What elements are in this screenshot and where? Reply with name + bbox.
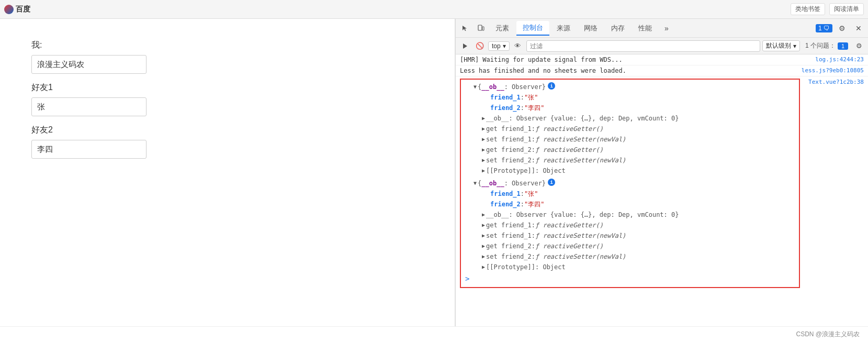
console-output: [HMR] Waiting for update signal from WDS… [456,54,868,326]
cursor-icon[interactable] [458,21,472,36]
tab-performance[interactable]: 性能 [632,21,658,35]
devtools-tabs-bar: 元素 控制台 来源 网络 内存 性能 » 1 🗨 [456,19,868,38]
detail4-expand[interactable] [482,145,485,155]
context-label: top [492,42,501,50]
obj1-expand-icon[interactable] [474,82,477,92]
obj2-info-badge: i [548,179,555,186]
watermark: CSDN @浪漫主义码农 [796,330,860,339]
obj1-detail4[interactable]: get friend_2: ƒ reactiveGetter() [461,145,799,155]
obj2-prototype[interactable]: [[Prototype]]: Object [461,262,799,272]
obj2-d2-expand[interactable] [482,220,485,230]
tab-console[interactable]: 控制台 [516,21,549,36]
obj1-info-badge: i [548,82,555,90]
obj2-detail4[interactable]: get friend_2: ƒ reactiveGetter() [461,241,799,251]
reading-tab[interactable]: 阅读清单 [829,3,864,15]
clear-btn[interactable]: 🚫 [474,40,486,52]
tab-elements[interactable]: 元素 [489,21,515,35]
browser-bar: 百度 类地书签 阅读清单 [0,0,868,19]
console-msg-source2[interactable]: less.js?9eb0:10805 [802,67,864,74]
devtools-tabs-right: 1 🗨 ⚙ ✕ [816,21,866,36]
filter-input[interactable] [526,40,760,52]
issues-badge-num: 1 [838,42,848,50]
me-input[interactable] [31,55,146,74]
obj2-detail2[interactable]: get friend_1: ƒ reactiveGetter() [461,220,799,230]
obj2-header-line[interactable]: { __ob__ : Observer} i [461,178,799,189]
detail1-expand[interactable] [482,114,485,123]
obj2-d5-expand[interactable] [482,252,485,261]
obj1-detail2[interactable]: get friend_1: ƒ reactiveGetter() [461,124,799,134]
obj2-detail1[interactable]: __ob__: Observer {value: {…}, dep: Dep, … [461,209,799,220]
footer-bar: CSDN @浪漫主义码农 [0,326,868,342]
obj1-field2: friend_2 : "李四" [461,103,799,113]
obj1-detail5[interactable]: set friend_2: ƒ reactiveSetter(newVal) [461,155,799,166]
devtools-panel: 元素 控制台 来源 网络 内存 性能 » 1 🗨 [455,19,868,326]
console-msg-text2: Less has finished and no sheets were loa… [460,67,793,74]
baidu-logo-icon [4,5,14,14]
friend2-label: 好友2 [31,125,423,136]
settings-icon[interactable]: ⚙ [835,21,849,36]
tab-sources[interactable]: 来源 [550,21,577,35]
vue-app-panel: 我: 好友1 好友2 [0,19,455,326]
close-devtools-icon[interactable]: ✕ [851,21,866,36]
run-btn[interactable] [459,40,471,52]
message-badge: 1 🗨 [816,24,832,32]
obj2-detail5[interactable]: set friend_2: ƒ reactiveSetter(newVal) [461,251,799,262]
obj1-field1: friend_1 : "张" [461,92,799,103]
proto1-expand[interactable] [482,166,485,175]
obj1-header-line[interactable]: { __ob__ : Observer} i [461,82,799,92]
obj2-detail3[interactable]: set friend_1: ƒ reactiveSetter(newVal) [461,230,799,241]
obj2-field1: friend_1 : "张" [461,189,799,199]
detail2-expand[interactable] [482,124,485,134]
console-msg-text: [HMR] Waiting for update signal from WDS… [460,56,807,63]
svg-rect-0 [478,25,482,30]
detail3-expand[interactable] [482,135,485,144]
level-selector[interactable]: 默认级别 ▾ [762,40,800,51]
me-group: 我: [31,40,423,74]
console-cursor[interactable]: > [461,272,799,285]
friend1-group: 好友1 [31,82,423,116]
proto2-expand[interactable] [482,262,485,272]
main-area: 我: 好友1 好友2 [0,19,868,326]
detail5-expand[interactable] [482,156,485,165]
tab-memory[interactable]: 内存 [605,21,631,35]
console-message-hmr: [HMR] Waiting for update signal from WDS… [456,54,868,65]
level-label: 默认级别 [766,41,791,50]
svg-rect-1 [482,27,484,30]
obj2-d1-expand[interactable] [482,210,485,219]
obj2-d3-expand[interactable] [482,231,485,240]
chevron-down-icon: ▾ [503,42,506,50]
chevron-down-icon2: ▾ [793,42,796,50]
more-tabs-icon[interactable]: » [659,21,674,36]
friend1-input[interactable] [31,97,146,116]
eye-icon[interactable]: 👁 [512,40,524,52]
console-message-less: Less has finished and no sheets were loa… [456,65,868,76]
console-settings-icon[interactable]: ⚙ [853,40,865,52]
obj2-d4-expand[interactable] [482,241,485,251]
console-object-section: { __ob__ : Observer} i friend_1 : "张" fr… [460,79,800,288]
devtools-toolbar: 🚫 top ▾ 👁 默认级别 ▾ 1 个问题： 1 ⚙ [456,38,868,54]
tab-network[interactable]: 网络 [578,21,604,35]
friend1-label: 好友1 [31,82,423,93]
obj2-field2: friend_2 : "李四" [461,199,799,209]
console-msg-source[interactable]: log.js:4244:23 [815,56,864,63]
obj1-detail1[interactable]: __ob__: Observer {value: {…}, dep: Dep, … [461,113,799,124]
context-selector[interactable]: top ▾ [488,41,510,51]
obj2-expand-icon[interactable] [474,179,477,188]
obj1-prototype[interactable]: [[Prototype]]: Object [461,166,799,176]
obj-source-link[interactable]: Text.vue?1c2b:38 [804,76,868,87]
friend2-group: 好友2 [31,125,423,159]
svg-marker-2 [463,43,467,49]
issues-count: 1 个问题： 1 [802,41,851,50]
obj1-detail3[interactable]: set friend_1: ƒ reactiveSetter(newVal) [461,134,799,145]
friend2-input[interactable] [31,140,146,159]
device-icon[interactable] [474,21,488,36]
me-label: 我: [31,40,423,51]
browser-logo-text: 百度 [16,5,30,14]
browser-logo: 百度 [4,5,30,14]
bookmark-tab[interactable]: 类地书签 [791,3,825,15]
